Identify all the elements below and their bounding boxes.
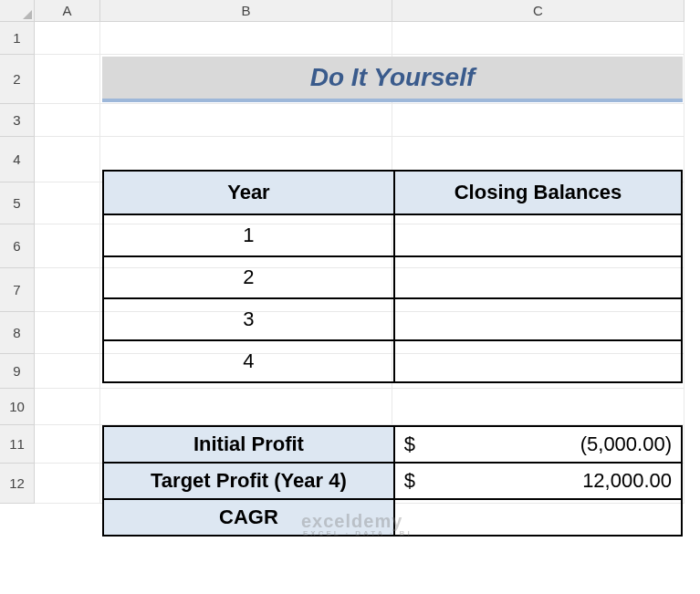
cell-A10[interactable] (35, 389, 100, 425)
cell-A12[interactable] (35, 464, 100, 504)
closing-cell[interactable] (394, 214, 682, 256)
currency-symbol: $ (404, 432, 415, 456)
table-row: 4 (103, 340, 682, 382)
label-target-profit: Target Profit (Year 4) (103, 463, 394, 499)
row-header-12[interactable]: 12 (0, 464, 35, 504)
label-initial-profit: Initial Profit (103, 426, 394, 463)
row-header-9[interactable]: 9 (0, 354, 35, 389)
watermark-sub: EXCEL · DATA · BI (301, 529, 413, 537)
value-initial-profit[interactable]: $ (5,000.00) (394, 426, 682, 463)
row-header-2[interactable]: 2 (0, 55, 35, 104)
cell-A5[interactable] (35, 182, 100, 224)
header-closing: Closing Balances (394, 171, 682, 214)
table-row: 2 (103, 256, 682, 298)
value-cagr[interactable] (394, 499, 682, 536)
summary-row-target: Target Profit (Year 4) $ 12,000.00 (103, 463, 682, 499)
year-cell[interactable]: 1 (103, 214, 394, 256)
year-balances-table: Year Closing Balances 1 2 3 4 (102, 170, 683, 383)
cell-A3[interactable] (35, 104, 100, 137)
row-header-4[interactable]: 4 (0, 137, 35, 182)
cell-B3[interactable] (100, 104, 392, 137)
row-header-1[interactable]: 1 (0, 22, 35, 55)
table-header-row: Year Closing Balances (103, 171, 682, 214)
currency-symbol: $ (404, 469, 415, 493)
cell-A1[interactable] (35, 22, 100, 55)
summary-row-initial: Initial Profit $ (5,000.00) (103, 426, 682, 463)
closing-cell[interactable] (394, 298, 682, 340)
cell-A2[interactable] (35, 55, 100, 104)
table-row: 3 (103, 298, 682, 340)
cell-A9[interactable] (35, 354, 100, 389)
currency-value: (5,000.00) (580, 432, 672, 456)
table-row: 1 (103, 214, 682, 256)
row-header-7[interactable]: 7 (0, 268, 35, 312)
value-target-profit[interactable]: $ 12,000.00 (394, 463, 682, 499)
currency-value: 12,000.00 (582, 469, 672, 493)
cell-B1[interactable] (100, 22, 392, 55)
select-all-corner[interactable] (0, 0, 35, 22)
col-header-B[interactable]: B (100, 0, 392, 22)
row-header-6[interactable]: 6 (0, 224, 35, 268)
row-header-10[interactable]: 10 (0, 389, 35, 425)
row-header-3[interactable]: 3 (0, 104, 35, 137)
year-cell[interactable]: 3 (103, 298, 394, 340)
year-cell[interactable]: 4 (103, 340, 394, 382)
cell-C3[interactable] (392, 104, 684, 137)
cell-B10[interactable] (100, 389, 392, 425)
cell-A8[interactable] (35, 312, 100, 354)
cell-A4[interactable] (35, 137, 100, 182)
cell-A7[interactable] (35, 268, 100, 312)
closing-cell[interactable] (394, 340, 682, 382)
cell-C10[interactable] (392, 389, 684, 425)
row-header-5[interactable]: 5 (0, 182, 35, 224)
closing-cell[interactable] (394, 256, 682, 298)
year-cell[interactable]: 2 (103, 256, 394, 298)
watermark: exceldemy EXCEL · DATA · BI (301, 511, 413, 537)
cell-A6[interactable] (35, 224, 100, 268)
col-header-A[interactable]: A (35, 0, 100, 22)
cell-C1[interactable] (392, 22, 684, 55)
row-header-11[interactable]: 11 (0, 425, 35, 464)
page-title: Do It Yourself (102, 57, 683, 102)
col-header-C[interactable]: C (392, 0, 684, 22)
header-year: Year (103, 171, 394, 214)
watermark-main: exceldemy (301, 511, 402, 531)
cell-A11[interactable] (35, 425, 100, 464)
row-header-8[interactable]: 8 (0, 312, 35, 354)
